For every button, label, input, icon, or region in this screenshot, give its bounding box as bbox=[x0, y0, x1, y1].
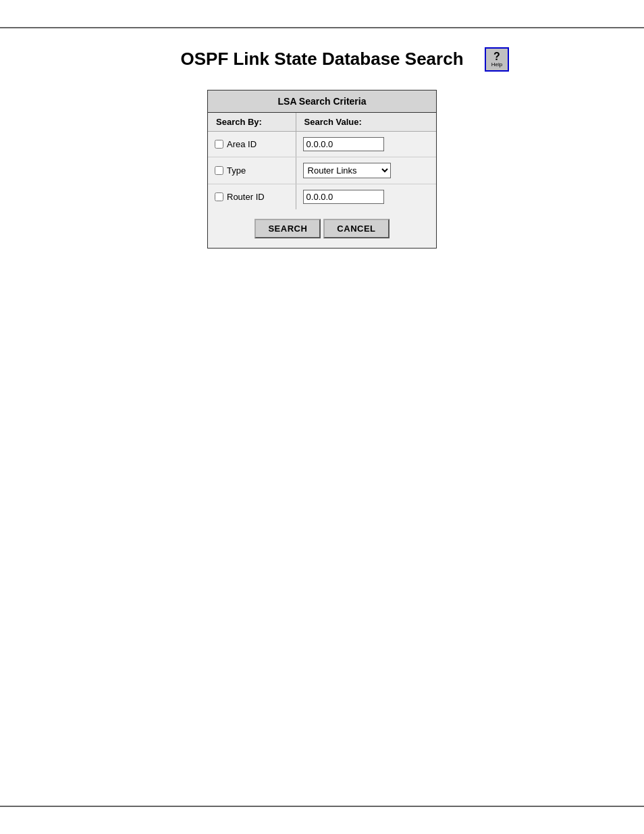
area-id-checkbox[interactable] bbox=[215, 140, 223, 149]
col-search-value: Search Value: bbox=[296, 113, 436, 132]
table-row: Router ID bbox=[208, 184, 436, 210]
table-row: Type Router Links Network Links Summary … bbox=[208, 157, 436, 184]
router-id-input[interactable] bbox=[303, 190, 384, 204]
cancel-button[interactable]: CANCEL bbox=[323, 219, 389, 238]
type-label: Type bbox=[215, 165, 289, 176]
page-header: OSPF Link State Database Search ? Help bbox=[27, 49, 617, 70]
table-row: Area ID bbox=[208, 132, 436, 157]
search-button[interactable]: SEARCH bbox=[254, 219, 321, 238]
lsa-search-panel: LSA Search Criteria Search By: Search Va… bbox=[207, 90, 437, 249]
page-title: OSPF Link State Database Search bbox=[180, 49, 463, 70]
type-checkbox[interactable] bbox=[215, 166, 223, 175]
type-label-text: Type bbox=[227, 165, 246, 176]
router-id-label-text: Router ID bbox=[227, 192, 265, 202]
area-id-input[interactable] bbox=[303, 137, 384, 151]
router-id-checkbox[interactable] bbox=[215, 192, 223, 201]
help-icon-text: Help bbox=[491, 62, 502, 68]
panel-header: LSA Search Criteria bbox=[208, 90, 436, 113]
criteria-table: Search By: Search Value: Area ID bbox=[208, 113, 436, 209]
area-id-label-text: Area ID bbox=[227, 139, 257, 149]
help-button[interactable]: ? Help bbox=[485, 47, 509, 72]
router-id-label: Router ID bbox=[215, 192, 289, 202]
col-search-by: Search By: bbox=[208, 113, 296, 132]
area-id-label: Area ID bbox=[215, 139, 289, 149]
help-icon: ? bbox=[493, 51, 500, 62]
button-row: SEARCH CANCEL bbox=[208, 209, 436, 248]
type-select[interactable]: Router Links Network Links Summary Links… bbox=[303, 163, 391, 178]
